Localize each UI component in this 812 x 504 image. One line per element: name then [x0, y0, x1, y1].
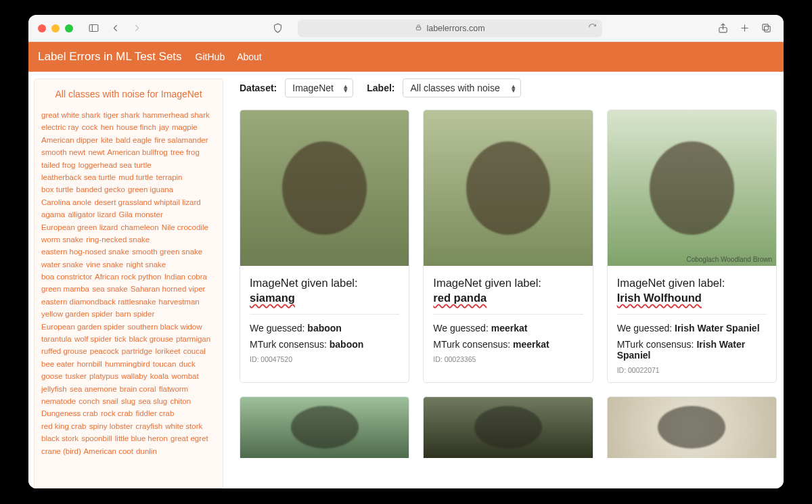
card-image[interactable]	[240, 110, 409, 266]
class-tag[interactable]: wombat	[171, 372, 198, 380]
class-tag[interactable]: electric ray	[41, 123, 79, 131]
class-tag[interactable]: toucan	[153, 360, 177, 368]
class-tag[interactable]: snail	[102, 397, 118, 405]
class-tag[interactable]: alligator lizard	[68, 210, 116, 219]
class-tag[interactable]: newt	[88, 148, 104, 156]
class-tag[interactable]: terrapin	[156, 173, 183, 181]
card-image[interactable]	[424, 110, 592, 266]
dataset-select[interactable]: ImageNet	[285, 78, 353, 97]
class-tag[interactable]: worm snake	[41, 235, 83, 244]
class-tag[interactable]: desert grassland whiptail lizard	[94, 198, 200, 206]
class-tag[interactable]: conch	[78, 397, 99, 405]
class-tag[interactable]: American coot	[83, 447, 133, 455]
class-tag[interactable]: Indian cobra	[164, 273, 207, 281]
class-tag[interactable]: crayfish	[135, 422, 162, 430]
class-tag[interactable]: little blue heron	[115, 434, 168, 442]
class-tag[interactable]: sea anemone	[70, 385, 117, 393]
class-tag[interactable]: nematode	[41, 397, 76, 405]
class-tag[interactable]: flatworm	[159, 385, 188, 393]
class-tag[interactable]: coucal	[183, 347, 206, 355]
class-tag[interactable]: American dipper	[41, 136, 98, 144]
class-tag[interactable]: tiger shark	[104, 111, 140, 119]
class-tag[interactable]: great white shark	[41, 111, 101, 119]
class-tag[interactable]: spoonbill	[81, 434, 112, 442]
back-button[interactable]	[107, 20, 123, 37]
class-tag[interactable]: tusker	[66, 372, 87, 380]
class-tag[interactable]: Dungeness crab	[41, 409, 98, 417]
class-tag[interactable]: crane (bird)	[41, 447, 81, 455]
class-tag[interactable]: Nile crocodile	[162, 223, 208, 231]
class-tag[interactable]: American bullfrog	[107, 148, 167, 156]
class-tag[interactable]: peacock	[90, 347, 119, 355]
class-tag[interactable]: boa constrictor	[41, 273, 92, 281]
sidebar-toggle-button[interactable]	[85, 20, 102, 37]
class-tag[interactable]: tree frog	[171, 148, 200, 156]
address-bar[interactable]: labelerrors.com	[298, 20, 602, 37]
class-tag[interactable]: duck	[179, 360, 196, 368]
class-tag[interactable]: barn spider	[116, 310, 155, 318]
reload-icon[interactable]	[588, 23, 597, 34]
class-tag[interactable]: rock crab	[101, 409, 133, 417]
class-tag[interactable]: harvestman	[159, 298, 200, 306]
class-tag[interactable]: southern black widow	[128, 323, 202, 331]
class-tag[interactable]: black stork	[41, 434, 78, 442]
class-tag[interactable]: eastern diamondback rattlesnake	[41, 298, 156, 306]
class-tag[interactable]: box turtle	[41, 185, 73, 193]
class-tag[interactable]: platypus	[89, 372, 118, 380]
class-tag[interactable]: ruffed grouse	[41, 347, 87, 355]
class-tag[interactable]: fire salamander	[154, 136, 208, 144]
class-tag[interactable]: spiny lobster	[89, 422, 133, 430]
class-tag[interactable]: wallaby	[121, 372, 147, 380]
forward-button[interactable]	[129, 20, 145, 37]
class-tag[interactable]: brain coral	[120, 385, 156, 393]
class-tag[interactable]: green mamba	[41, 285, 89, 293]
tab-overview-button[interactable]	[758, 20, 774, 37]
class-tag[interactable]: eastern hog-nosed snake	[41, 248, 129, 256]
class-tag[interactable]: tarantula	[41, 335, 72, 343]
class-tag[interactable]: hummingbird	[105, 360, 150, 368]
class-tag[interactable]: goose	[41, 372, 62, 380]
class-tag[interactable]: ring-necked snake	[86, 235, 150, 244]
class-tag[interactable]: slug	[121, 397, 135, 405]
class-tag[interactable]: ptarmigan	[176, 335, 210, 343]
new-tab-button[interactable]	[736, 20, 752, 37]
class-tag[interactable]: red king crab	[41, 422, 86, 430]
class-tag[interactable]: European garden spider	[41, 323, 125, 331]
class-tag[interactable]: banded gecko	[76, 185, 125, 193]
nav-github[interactable]: GitHub	[196, 51, 225, 62]
class-tag[interactable]: cock	[82, 123, 98, 131]
class-tag[interactable]: night snake	[126, 260, 166, 269]
close-window-button[interactable]	[38, 24, 46, 32]
class-tag[interactable]: hornbill	[77, 360, 102, 368]
class-tag[interactable]: chameleon	[120, 223, 158, 231]
class-tag[interactable]: fiddler crab	[135, 409, 174, 417]
class-tag[interactable]: chiton	[170, 397, 191, 405]
class-tag[interactable]: hen	[101, 123, 114, 131]
class-tag[interactable]: Gila monster	[119, 210, 163, 219]
class-tag[interactable]: wolf spider	[74, 335, 112, 343]
class-tag[interactable]: great egret	[171, 434, 208, 442]
class-tag[interactable]: white stork	[165, 422, 202, 430]
class-tag[interactable]: water snake	[41, 260, 83, 269]
class-tag[interactable]: jay	[159, 123, 169, 131]
card-image[interactable]	[424, 397, 592, 458]
card-image[interactable]	[608, 397, 776, 458]
class-tag[interactable]: dunlin	[136, 447, 157, 455]
share-button[interactable]	[715, 20, 731, 37]
class-tag[interactable]: lorikeet	[155, 347, 180, 355]
class-tag[interactable]: vine snake	[86, 260, 123, 269]
class-tag[interactable]: smooth newt	[41, 148, 85, 156]
class-tag[interactable]: loggerhead sea turtle	[78, 161, 152, 169]
class-tag[interactable]: European green lizard	[41, 223, 118, 231]
fullscreen-window-button[interactable]	[65, 24, 73, 32]
class-tag[interactable]: yellow garden spider	[41, 310, 112, 318]
class-tag[interactable]: African rock python	[95, 273, 161, 281]
class-tag[interactable]: koala	[150, 372, 169, 380]
minimize-window-button[interactable]	[51, 24, 60, 32]
class-tag[interactable]: kite	[101, 136, 113, 144]
class-tag[interactable]: hammerhead shark	[143, 111, 210, 119]
class-tag[interactable]: green iguana	[128, 185, 173, 193]
class-tag[interactable]: magpie	[172, 123, 198, 131]
class-tag[interactable]: partridge	[122, 347, 152, 355]
card-image[interactable]	[240, 397, 409, 458]
